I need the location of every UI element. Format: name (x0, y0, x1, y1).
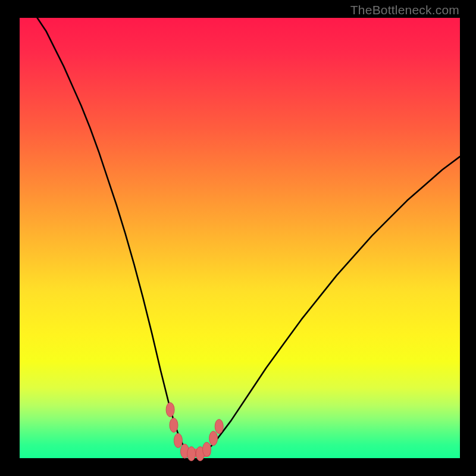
chart-frame: TheBottleneck.com (0, 0, 476, 476)
watermark-text: TheBottleneck.com (350, 3, 459, 17)
chart-plot-area (20, 18, 460, 458)
